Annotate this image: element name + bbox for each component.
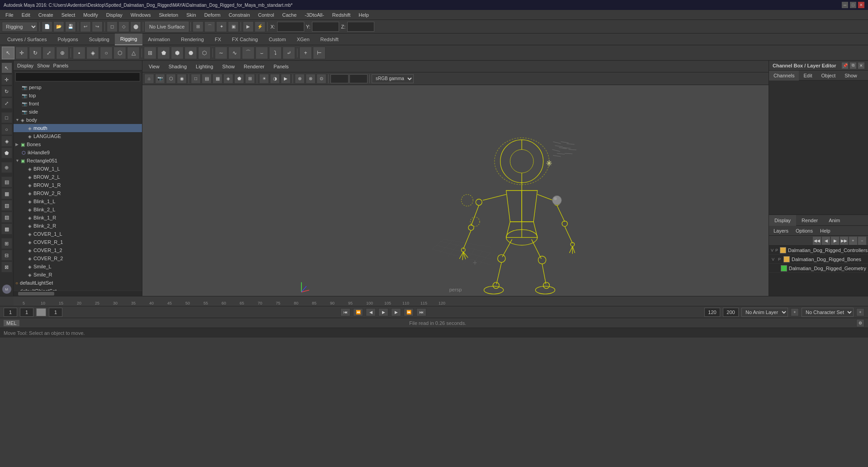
ch-tab-object[interactable]: Object [816, 71, 840, 81]
tree-top[interactable]: 📷 top [14, 91, 142, 100]
expand-rect051[interactable]: ▼ [15, 158, 20, 163]
status-icon-1[interactable]: ⚙ [856, 319, 864, 327]
x-field[interactable] [277, 22, 304, 32]
gamma-select[interactable]: sRGB gamma Linear [372, 74, 414, 83]
snap-1[interactable]: ⊞ [144, 47, 156, 59]
tab-curves-surfaces[interactable]: Curves / Surfaces [2, 33, 52, 45]
snap-curve-btn[interactable]: ⌒ [204, 21, 215, 32]
left-select[interactable]: ↖ [1, 62, 12, 73]
tab-xgen[interactable]: XGen [291, 33, 315, 45]
menu-skin[interactable]: Skin [183, 11, 199, 19]
layer-fwd-btn[interactable]: ▶ [831, 237, 839, 245]
expand-body[interactable]: ▼ [15, 118, 20, 122]
minus-tool[interactable]: ⊢ [313, 47, 326, 59]
tree-smilel[interactable]: ◈ Smile_L [14, 262, 142, 271]
jump-start-btn[interactable]: ⏮ [340, 308, 350, 316]
layer-sub-options[interactable]: Options [793, 227, 816, 234]
left-display-3[interactable]: ▧ [1, 200, 12, 211]
tree-ikhandle9[interactable]: ⬡ ikHandle9 [14, 148, 142, 157]
left-subdiv[interactable]: ◈ [1, 136, 12, 147]
tree-brow1r[interactable]: ◈ BROW_1_R [14, 181, 142, 189]
vp-cam-btn[interactable]: 📷 [155, 74, 165, 84]
component-select-3[interactable]: ○ [100, 47, 113, 59]
vp-menu-lighting[interactable]: Lighting [193, 63, 216, 70]
tree-body[interactable]: ▼ ◈ body [14, 116, 142, 124]
layer-row-bones[interactable]: V P Dalmatian_Dog_Rigged_Bones [769, 255, 868, 264]
ch-tab-edit[interactable]: Edit [799, 71, 816, 81]
select-btn[interactable]: ◻ [107, 21, 118, 32]
menu-deform[interactable]: Deform [201, 11, 224, 19]
vp-display-6[interactable]: ⊞ [245, 74, 255, 84]
component-select-5[interactable]: △ [127, 47, 140, 59]
undo-btn[interactable]: ↩ [80, 21, 91, 32]
vp-light-1[interactable]: ☀ [259, 74, 269, 84]
char-set-select[interactable]: No Character Set [802, 308, 854, 317]
vp-light-2[interactable]: ◑ [270, 74, 280, 84]
vp-display-5[interactable]: ⬟ [234, 74, 244, 84]
tree-front[interactable]: 📷 front [14, 100, 142, 108]
prev-frame-btn[interactable]: ◀ [366, 308, 376, 316]
outliner-show[interactable]: Show [37, 63, 50, 68]
menu-constrain[interactable]: Constrain [225, 11, 254, 19]
vp-display-1[interactable]: □ [191, 74, 201, 84]
layer-tab-display[interactable]: Display [769, 215, 796, 226]
layer-sub-layers[interactable]: Layers [771, 227, 791, 234]
tree-blink1l[interactable]: ◈ Blink_1_L [14, 197, 142, 205]
scale-tool[interactable]: ⤢ [42, 47, 55, 59]
menu-3dtoall[interactable]: -3DtoAll- [301, 11, 328, 19]
tree-blink1r[interactable]: ◈ Blink_1_R [14, 214, 142, 222]
paint-btn[interactable]: ⬤ [130, 21, 141, 32]
tree-brow2r[interactable]: ◈ BROW_2_R [14, 189, 142, 197]
layer-prev-btn[interactable]: ◀◀ [813, 237, 821, 245]
vp-near-field[interactable]: 0.00 [330, 74, 349, 83]
vp-home-btn[interactable]: ⌂ [144, 74, 154, 84]
outliner-hscroll[interactable] [14, 291, 142, 296]
tab-rendering[interactable]: Rendering [175, 33, 209, 45]
new-file-btn[interactable]: 📄 [42, 21, 52, 32]
curve-5[interactable]: ⤵ [269, 47, 282, 59]
vp-menu-view[interactable]: View [146, 63, 162, 70]
rp-pin-btn[interactable]: 📌 [842, 62, 848, 69]
script-mode[interactable]: MEL [4, 320, 19, 326]
vp-far-field[interactable]: 1.00 [349, 74, 368, 83]
component-select-1[interactable]: ▪ [73, 47, 85, 59]
tree-bones[interactable]: ▶ ▣ Bones [14, 140, 142, 148]
vp-wire-btn[interactable]: ⬡ [166, 74, 176, 84]
layer-next-btn[interactable]: ▶▶ [840, 237, 848, 245]
tab-fx-caching[interactable]: FX Caching [226, 33, 263, 45]
layer-tab-anim[interactable]: Anim [823, 215, 845, 226]
jump-end-btn[interactable]: ⏭ [416, 308, 426, 316]
left-display-4[interactable]: ▨ [1, 212, 12, 223]
menu-edit[interactable]: Edit [18, 11, 34, 19]
vp-sel-1[interactable]: ⊕ [295, 74, 305, 84]
menu-display[interactable]: Display [103, 11, 126, 19]
rp-close-btn[interactable]: ✕ [858, 62, 864, 69]
tab-fx[interactable]: FX [209, 33, 226, 45]
vp-smooth-btn[interactable]: ◉ [177, 74, 187, 84]
component-select-2[interactable]: ◈ [86, 47, 99, 59]
tree-language[interactable]: ◈ LANGUAGE [14, 132, 142, 140]
menu-modify[interactable]: Modify [80, 11, 101, 19]
add-tool[interactable]: + [299, 47, 312, 59]
menu-cache[interactable]: Cache [278, 11, 300, 19]
tree-mouth[interactable]: ◈ mouth [14, 124, 142, 132]
anim-layer-btn[interactable]: + [791, 308, 799, 316]
last-tool[interactable]: ⊕ [56, 47, 69, 59]
minimize-button[interactable]: ─ [842, 2, 848, 8]
vp-menu-shading[interactable]: Shading [166, 63, 189, 70]
component-select-4[interactable]: ⬡ [113, 47, 126, 59]
tree-persp[interactable]: 📷 persp [14, 83, 142, 91]
save-file-btn[interactable]: 💾 [65, 21, 76, 32]
next-key-btn[interactable]: ⏩ [404, 308, 414, 316]
menu-redshift[interactable]: Redshift [329, 11, 354, 19]
timeline[interactable]: 5 10 15 20 25 30 35 40 45 50 55 60 65 70… [0, 296, 868, 306]
vp-display-2[interactable]: ▤ [202, 74, 212, 84]
ipr-btn[interactable]: ⚡ [255, 21, 265, 32]
close-button[interactable]: ✕ [858, 2, 864, 8]
left-poly[interactable]: □ [1, 112, 12, 123]
curve-4[interactable]: ⌣ [255, 47, 268, 59]
next-frame-btn[interactable]: ▶ [391, 308, 401, 316]
left-display-5[interactable]: ▩ [1, 224, 12, 234]
tab-animation[interactable]: Animation [142, 33, 175, 45]
snap-4[interactable]: ⬣ [184, 47, 197, 59]
